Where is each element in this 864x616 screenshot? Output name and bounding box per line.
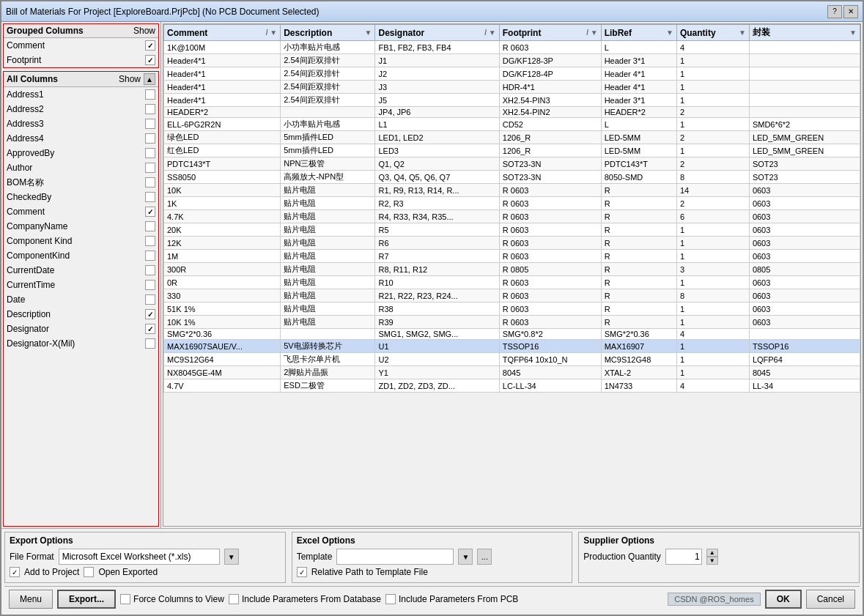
table-row[interactable]: 1K贴片电阻R2, R3R 0603R20603: [164, 197, 860, 210]
help-button[interactable]: ?: [827, 5, 842, 18]
col-checkbox-17[interactable]: [145, 338, 155, 349]
table-row[interactable]: MAX16907SAUE/V...5V电源转换芯片U1TSSOP16MAX169…: [164, 340, 860, 353]
grouped-comment-checkbox[interactable]: ✓: [145, 40, 155, 51]
table-row[interactable]: 300R贴片电阻R8, R11, R12R 0805R30805: [164, 263, 860, 276]
table-row[interactable]: PDTC143*TNPN三极管Q1, Q2SOT23-3NPDTC143*T2S…: [164, 157, 860, 171]
table-row[interactable]: 红色LED5mm插件LEDLED31206_RLED-5MM1LED_5MM_G…: [164, 144, 860, 157]
open-exported-checkbox[interactable]: [84, 567, 94, 577]
col-checkbox-11[interactable]: [145, 251, 155, 261]
spin-down-button[interactable]: ▼: [706, 557, 718, 565]
close-button[interactable]: ✕: [843, 5, 858, 18]
table-row[interactable]: NX8045GE-4M2脚贴片晶振Y18045XTAL-218045: [164, 366, 860, 379]
col-checkbox-1[interactable]: [145, 104, 155, 114]
relative-path-checkbox[interactable]: ✓: [297, 567, 307, 577]
export-button[interactable]: Export...: [57, 590, 116, 609]
table-row[interactable]: 10K 1%贴片电阻R39R 0603R10603: [164, 316, 860, 329]
table-row[interactable]: 0R贴片电阻R10R 0603R10603: [164, 276, 860, 289]
add-to-project-checkbox[interactable]: ✓: [10, 567, 20, 577]
col-header-libref[interactable]: LibRef ▼: [601, 25, 676, 41]
col-checkbox-5[interactable]: [145, 163, 155, 173]
col-header-pkg[interactable]: 封装 ▼: [749, 25, 860, 41]
col-header-comment[interactable]: Comment / ▼: [164, 25, 281, 41]
col-checkbox-0[interactable]: [145, 89, 155, 100]
col-header-description[interactable]: Description ▼: [281, 25, 375, 41]
include-params-db-checkbox[interactable]: [229, 594, 239, 604]
sort-icon-quantity[interactable]: ▼: [739, 29, 746, 37]
sort-icon-description[interactable]: ▼: [365, 29, 372, 37]
menu-button[interactable]: Menu: [9, 590, 53, 609]
sort-icon-libref[interactable]: ▼: [666, 29, 673, 37]
table-row[interactable]: 4.7K贴片电阻R4, R33, R34, R35...R 0603R60603: [164, 210, 860, 223]
list-item: Comment✓: [4, 204, 158, 219]
add-to-project-label: Add to Project: [24, 567, 79, 577]
spin-up-button[interactable]: ▲: [706, 549, 718, 557]
grouped-footprint-row: Footprint ✓: [4, 53, 158, 67]
col-checkbox-10[interactable]: [145, 236, 155, 246]
col-checkbox-13[interactable]: [145, 280, 155, 290]
col-checkbox-6[interactable]: [145, 177, 155, 188]
force-columns-checkbox-container[interactable]: Force Columns to View: [120, 594, 224, 604]
template-input[interactable]: [336, 549, 454, 565]
table-row[interactable]: Header4*12.54间距双排针J5XH2.54-PIN3Header 3*…: [164, 94, 860, 107]
col-checkbox-2[interactable]: [145, 119, 155, 129]
grouped-footprint-label: Footprint: [7, 55, 145, 65]
table-row[interactable]: SS8050高频放大-NPN型Q3, Q4, Q5, Q6, Q7SOT23-3…: [164, 171, 860, 184]
col-label: Date: [7, 294, 145, 305]
include-params-pcb-container[interactable]: Include Parameters From PCB: [385, 594, 518, 604]
template-dropdown[interactable]: ▼: [458, 549, 473, 565]
table-row[interactable]: HEADER*2JP4, JP6XH2.54-PIN2HEADER*22: [164, 107, 860, 118]
table-row[interactable]: Header4*12.54间距双排针J3HDR-4*1Header 4*11: [164, 81, 860, 94]
col-checkbox-12[interactable]: [145, 265, 155, 275]
col-checkbox-16[interactable]: ✓: [145, 324, 155, 334]
table-row[interactable]: 20K贴片电阻R5R 0603R10603: [164, 223, 860, 237]
table-row[interactable]: SMG*2*0.36SMG1, SMG2, SMG...SMG*0.8*2SMG…: [164, 329, 860, 340]
table-row[interactable]: 10K贴片电阻R1, R9, R13, R14, R...R 0603R1406…: [164, 184, 860, 197]
grouped-footprint-checkbox[interactable]: ✓: [145, 55, 155, 65]
table-row[interactable]: 4.7VESD二极管ZD1, ZD2, ZD3, ZD...LC-LL-341N…: [164, 379, 860, 393]
grouped-comment-label: Comment: [7, 40, 145, 51]
table-row[interactable]: 1M贴片电阻R7R 0603R10603: [164, 250, 860, 263]
file-format-dropdown[interactable]: ▼: [224, 549, 239, 565]
list-item: Designator-X(Mil): [4, 336, 158, 351]
bom-table-area[interactable]: Comment / ▼ Description ▼: [163, 23, 861, 527]
col-header-designator[interactable]: Designator / ▼: [375, 25, 499, 41]
table-row[interactable]: Header4*12.54间距双排针J1DG/KF128-3PHeader 3*…: [164, 54, 860, 67]
col-checkbox-4[interactable]: [145, 148, 155, 158]
table-row[interactable]: 12K贴片电阻R6R 0603R10603: [164, 237, 860, 250]
file-format-input[interactable]: [59, 549, 220, 565]
col-checkbox-15[interactable]: ✓: [145, 309, 155, 319]
table-row[interactable]: 绿色LED5mm插件LEDLED1, LED21206_RLED-5MM2LED…: [164, 131, 860, 144]
ok-button[interactable]: OK: [765, 590, 802, 609]
col-checkbox-14[interactable]: [145, 294, 155, 305]
col-checkbox-8[interactable]: ✓: [145, 207, 155, 217]
production-qty-input[interactable]: [665, 549, 702, 565]
all-columns-list[interactable]: All Columns Show ▲ Address1 Address2 Add…: [3, 71, 159, 527]
template-browse-button[interactable]: ...: [477, 549, 492, 565]
all-columns-scroll-up[interactable]: ▲: [144, 73, 155, 85]
table-row[interactable]: 330贴片电阻R21, R22, R23, R24...R 0603R80603: [164, 289, 860, 303]
table-row[interactable]: Header4*12.54间距双排针J2DG/KF128-4PHeader 4*…: [164, 67, 860, 81]
col-header-footprint[interactable]: Footprint / ▼: [499, 25, 601, 41]
list-item: Component Kind: [4, 234, 158, 248]
sort-icon-pkg[interactable]: ▼: [849, 29, 857, 37]
table-row[interactable]: MC9S12G64飞思卡尔单片机U2TQFP64 10x10_NMC9S12G4…: [164, 353, 860, 366]
sort-icon-comment[interactable]: / ▼: [266, 29, 277, 37]
include-params-pcb-checkbox[interactable]: [385, 594, 396, 604]
col-checkbox-9[interactable]: [145, 221, 155, 231]
col-checkbox-3[interactable]: [145, 133, 155, 144]
col-header-quantity[interactable]: Quantity ▼: [676, 25, 749, 41]
col-checkbox-7[interactable]: [145, 192, 155, 202]
grouped-comment-row: Comment ✓: [4, 38, 158, 53]
template-row: Template ▼ ...: [297, 549, 568, 565]
sort-icon-designator[interactable]: / ▼: [484, 29, 495, 37]
table-row[interactable]: ELL-6PG2R2N小功率贴片电感L1CD52L1SMD6*6*2: [164, 118, 860, 131]
production-qty-spinner: ▲ ▼: [706, 549, 718, 565]
force-columns-checkbox[interactable]: [120, 594, 130, 604]
cancel-button[interactable]: Cancel: [806, 590, 855, 609]
table-row[interactable]: 51K 1%贴片电阻R38R 0603R10603: [164, 303, 860, 316]
table-row[interactable]: 1K@100M小功率贴片电感FB1, FB2, FB3, FB4R 0603L4: [164, 41, 860, 54]
col-label: Address2: [7, 104, 145, 114]
relative-path-label: Relative Path to Template File: [311, 567, 428, 577]
include-params-db-container[interactable]: Include Parameters From Database: [229, 594, 381, 604]
sort-icon-footprint[interactable]: / ▼: [586, 29, 597, 37]
